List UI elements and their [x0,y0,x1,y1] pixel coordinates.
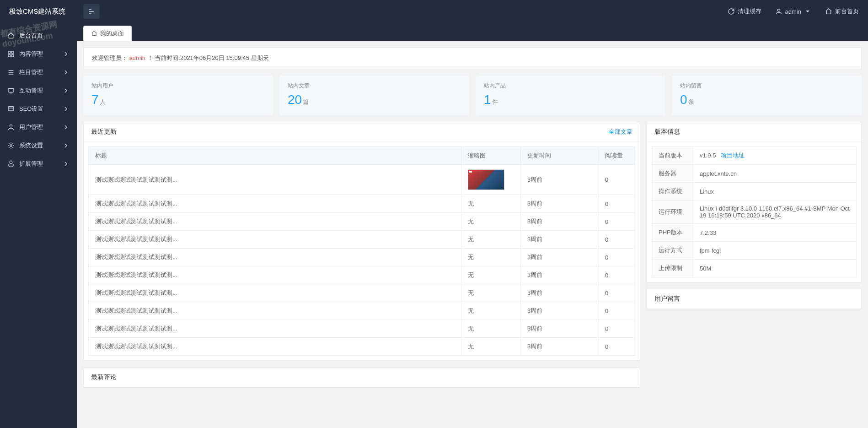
version-val: 50M [693,260,857,277]
sidebar-item-label: SEO设置 [19,105,43,113]
nav-icon [7,87,15,94]
cell-title: 测试测试测试测试测试测试测... [89,165,461,195]
sidebar-item-0[interactable]: 后台首页 [0,27,77,45]
stat-unit: 件 [492,98,498,105]
table-row[interactable]: 测试测试测试测试测试测试测... 无 3周前 0 [89,266,635,284]
version-row: 上传限制 50M [652,260,857,277]
cell-reads: 0 [599,284,635,302]
cell-title: 测试测试测试测试测试测试测... [89,249,461,266]
cell-title: 测试测试测试测试测试测试测... [89,266,461,284]
nav-icon [7,142,15,149]
th-thumb: 缩略图 [461,147,521,165]
table-row[interactable]: 测试测试测试测试测试测试测... 无 3周前 0 [89,231,635,249]
stat-card-0: 站内用户 7人 [83,76,273,115]
sidebar-item-1[interactable]: 内容管理 [0,45,77,63]
version-row: 运行环境 Linux i-d0dfifgr 3.10.0-1160.el7.x8… [652,200,857,224]
header-right: 清理缓存 admin 前台首页 [728,7,868,16]
welcome-user: admin [129,54,145,61]
cell-reads: 0 [599,266,635,284]
table-row[interactable]: 测试测试测试测试测试测试测... 无 3周前 0 [89,338,635,356]
version-key: PHP版本 [652,224,693,242]
cell-thumb: 无 [461,320,521,338]
th-time: 更新时间 [521,147,599,165]
sidebar-item-6[interactable]: 系统设置 [0,136,77,155]
svg-rect-6 [8,107,14,111]
cell-thumb: 无 [461,249,521,266]
table-row[interactable]: 测试测试测试测试测试测试测... 无 3周前 0 [89,284,635,302]
user-icon [775,8,782,15]
guestbook-header: 用户留言 [647,289,861,309]
comments-title: 最新评论 [91,373,117,381]
nav-icon [7,105,15,113]
chevron-right-icon [62,142,70,149]
sidebar-item-label: 扩展管理 [19,160,43,168]
version-val: applet.xnte.cn [693,165,857,183]
table-row[interactable]: 测试测试测试测试测试测试测... 无 3周前 0 [89,302,635,320]
welcome-sep: ！ [147,54,155,61]
tabbar: 我的桌面 [77,23,868,41]
table-row[interactable]: 测试测试测试测试测试测试测... 无 3周前 0 [89,213,635,231]
version-key: 上传限制 [652,260,693,277]
version-row: PHP版本 7.2.33 [652,224,857,242]
guestbook-title: 用户留言 [654,295,680,303]
cell-time: 3周前 [521,249,599,266]
welcome-prefix: 欢迎管理员： [92,54,129,61]
table-row[interactable]: 测试测试测试测试测试测试测... 无 3周前 0 [89,320,635,338]
chevron-right-icon [62,87,70,94]
table-row[interactable]: 测试测试测试测试测试测试测... 无 3周前 0 [89,249,635,266]
nav-icon [7,32,15,39]
brand: 极致CMS建站系统 [0,7,77,16]
stat-unit: 条 [688,98,694,105]
cell-time: 3周前 [521,266,599,284]
sidebar: 后台首页 内容管理 栏目管理 互动管理 SEO设置 用户管理 系统设置 扩展管理 [0,23,77,401]
frontend-button[interactable]: 前台首页 [825,7,859,16]
stat-card-1: 站内文章 20篇 [279,76,469,115]
stat-card-3: 站内留言 0条 [672,76,862,115]
nav-icon [7,124,15,131]
user-menu[interactable]: admin [775,8,811,15]
sidebar-item-4[interactable]: SEO设置 [0,100,77,118]
version-key: 运行环境 [652,200,693,224]
version-val: 7.2.33 [693,224,857,242]
sidebar-item-5[interactable]: 用户管理 [0,118,77,136]
sidebar-item-label: 后台首页 [19,32,43,40]
version-key: 服务器 [652,165,693,183]
user-label: admin [785,8,801,15]
stat-label: 站内留言 [680,82,853,90]
caret-down-icon [804,8,811,15]
tab-desktop[interactable]: 我的桌面 [83,26,132,41]
table-row[interactable]: 测试测试测试测试测试测试测... 3周前 0 [89,165,635,195]
cell-thumb: 无 [461,284,521,302]
all-articles-link[interactable]: 全部文章 [609,128,632,136]
chevron-right-icon [62,124,70,131]
tab-label: 我的桌面 [100,29,124,38]
th-title: 标题 [89,147,461,165]
sidebar-item-3[interactable]: 互动管理 [0,81,77,100]
project-link[interactable]: 项目地址 [721,152,745,159]
cell-title: 测试测试测试测试测试测试测... [89,302,461,320]
chevron-right-icon [62,69,70,76]
sidebar-item-label: 用户管理 [19,123,43,131]
svg-rect-4 [11,54,14,57]
col-left: 最近更新 全部文章 标题 缩略图 更新时间 阅读量 [83,122,640,394]
thumbnail-image [468,169,504,190]
sidebar-item-2[interactable]: 栏目管理 [0,63,77,81]
comments-panel: 最新评论 [83,367,640,388]
stat-card-2: 站内产品 1件 [476,76,665,115]
content: 欢迎管理员： admin ！ 当前时间:2021年06月20日 15:09:45… [77,41,868,401]
menu-toggle[interactable] [83,4,100,19]
sidebar-item-7[interactable]: 扩展管理 [0,155,77,173]
sidebar-item-label: 互动管理 [19,87,43,95]
stat-label: 站内文章 [288,82,461,90]
svg-rect-2 [11,51,14,54]
clear-cache-button[interactable]: 清理缓存 [728,7,761,16]
cell-thumb: 无 [461,266,521,284]
cell-thumb [461,165,521,195]
stat-label: 站内产品 [484,82,657,90]
sidebar-item-label: 系统设置 [19,141,43,150]
cell-reads: 0 [599,213,635,231]
recent-panel: 最近更新 全部文章 标题 缩略图 更新时间 阅读量 [83,122,640,361]
clear-cache-label: 清理缓存 [738,7,761,16]
table-row[interactable]: 测试测试测试测试测试测试测... 无 3周前 0 [89,195,635,213]
cell-thumb: 无 [461,195,521,213]
